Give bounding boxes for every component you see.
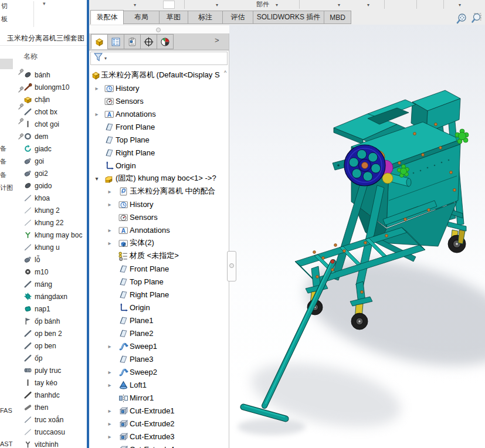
explorer-folder-title[interactable]: 玉米粒分离器机三维套图 — [7, 33, 84, 43]
tree-expand-arrow-icon[interactable]: ▸ — [107, 369, 113, 375]
file-item-bulongm10[interactable]: bulongm10 — [23, 81, 88, 93]
file-item-truccaosu[interactable]: truccaosu — [23, 426, 88, 438]
ribbon-dropdown-caret-icon[interactable]: ▾ — [459, 2, 461, 8]
tree-item-origin[interactable]: Origin — [89, 159, 229, 172]
file-item-nap1[interactable]: nap1 — [23, 303, 88, 315]
quick-access-item-fragment[interactable]: 计图 — [0, 184, 13, 192]
file-item-tay-k-o[interactable]: tay kéo — [23, 376, 88, 389]
tree-item--khung-may-boc-1-[interactable]: ▾(固定) khung may boc<1> ->? — [89, 172, 229, 185]
tree-item--2-[interactable]: ▸实体(2) — [89, 236, 229, 249]
zoom-pan-icon[interactable] — [456, 13, 467, 25]
panel-splitter-handle[interactable] — [227, 251, 236, 281]
file-item-ch-n[interactable]: chặn — [23, 93, 88, 106]
file-item-b-nh[interactable]: bánh — [23, 69, 88, 81]
tree-scroll-up-arrow[interactable]: ^ — [222, 70, 229, 77]
tree-item-sensors[interactable]: Sensors — [89, 94, 229, 107]
zoom-area-icon[interactable] — [470, 12, 482, 24]
quick-access-item-fragment[interactable]: FAS — [0, 407, 13, 414]
tree-expand-arrow-icon[interactable]: ▾ — [94, 175, 100, 182]
tree-item-origin[interactable]: Origin — [89, 301, 229, 314]
ribbon-tab-2[interactable]: 布局 — [123, 11, 160, 24]
tree-expand-arrow-icon[interactable]: ▸ — [107, 201, 113, 208]
corn-separator-3d-model[interactable] — [229, 25, 485, 448]
tree-expand-arrow-icon[interactable]: ▸ — [94, 111, 100, 117]
chevron-down-icon[interactable]: ▾ — [43, 1, 46, 6]
tree-item-sweep1[interactable]: ▸Sweep1 — [89, 340, 229, 352]
ribbon-pin-dot[interactable] — [156, 28, 161, 32]
file-item-khung-may-boc[interactable]: khung may boc — [23, 229, 88, 241]
file-item--p[interactable]: ốp — [23, 352, 88, 364]
tree-item-top-plane[interactable]: Top Plane — [89, 275, 229, 288]
tree-expand-arrow-icon[interactable]: ▸ — [107, 420, 113, 427]
tree-item--[interactable]: ▸玉米粒分离器机 中的配合 — [89, 185, 229, 198]
tree-item-top-plane[interactable]: Top Plane — [89, 133, 229, 146]
tree-item-front-plane[interactable]: Front Plane — [89, 262, 229, 275]
tree-item-cut-extrude4[interactable]: ▸Cut-Extrude4 — [89, 443, 229, 448]
tree-item-annotations[interactable]: ▸AAnnotations — [89, 223, 229, 236]
file-item-giadc[interactable]: giadc — [23, 142, 88, 155]
tree-item-cut-extrude2[interactable]: ▸Cut-Extrude2 — [89, 417, 229, 430]
tree-item-plane1[interactable]: Plane1 — [89, 314, 229, 327]
tree-expand-arrow-icon[interactable]: ▸ — [107, 382, 113, 388]
ribbon-dropdown-caret-icon[interactable]: ▾ — [134, 2, 136, 8]
ribbon-tab-7[interactable]: MBD — [324, 11, 351, 24]
explorer-toolbar-label-cut[interactable]: 切 — [1, 2, 8, 11]
file-item--p-b-nh[interactable]: ốp bánh — [23, 315, 88, 327]
file-item-m-ngdaxn[interactable]: mángdaxn — [23, 290, 88, 303]
ribbon-dropdown-caret-icon[interactable]: ▾ — [276, 2, 278, 8]
tree-item-annotations[interactable]: ▸AAnnotations — [89, 107, 229, 120]
file-item-thanhdc[interactable]: thanhdc — [23, 389, 88, 401]
explorer-toolbar-label-board[interactable]: 板 — [1, 15, 8, 23]
ribbon-tab-4[interactable]: 标注 — [188, 11, 223, 24]
tree-item-plane2[interactable]: Plane2 — [89, 327, 229, 340]
file-item-then[interactable]: then — [23, 401, 88, 413]
tree-item-sensors[interactable]: Sensors — [89, 211, 229, 223]
quick-access-item-fragment[interactable]: 备 — [0, 171, 13, 179]
tree-expand-arrow-icon[interactable]: ▸ — [107, 240, 113, 246]
tree-item-right-plane[interactable]: Right Plane — [89, 146, 229, 159]
tree-item-front-plane[interactable]: Front Plane — [89, 120, 229, 133]
file-item-khung-22[interactable]: khung 22 — [23, 216, 88, 229]
tree-item-history[interactable]: ▸History — [89, 198, 229, 211]
ribbon-tab-6[interactable]: SOLIDWORKS 插件 — [253, 11, 324, 24]
ribbon-tab-3[interactable]: 草图 — [159, 11, 188, 24]
file-item-op-ben[interactable]: op ben — [23, 340, 88, 352]
file-item-dem[interactable]: dem — [23, 130, 88, 142]
quick-access-item-fragment[interactable]: AST — [0, 440, 13, 447]
file-item-goido[interactable]: goido — [23, 179, 88, 192]
tree-expand-arrow-icon[interactable]: ▸ — [94, 85, 100, 91]
file-item-m10[interactable]: m10 — [23, 266, 88, 278]
tree-item--default-display-s[interactable]: 玉米粒分离器机 (Default<Display S — [89, 69, 229, 82]
file-item-chot-goi[interactable]: chot goi — [23, 118, 88, 130]
tree-expand-arrow-icon[interactable]: ▸ — [107, 446, 113, 448]
panel-tab-assembly-icon[interactable] — [91, 34, 108, 49]
explorer-name-column-header[interactable]: 名称 — [23, 52, 38, 62]
tree-item-right-plane[interactable]: Right Plane — [89, 288, 229, 301]
tree-expand-arrow-icon[interactable]: ▸ — [107, 433, 113, 440]
ribbon-dropdown-caret-icon[interactable]: ▾ — [338, 2, 340, 8]
tree-item-cut-extrude3[interactable]: ▸Cut-Extrude3 — [89, 430, 229, 443]
tree-item-loft1[interactable]: ▸Loft1 — [89, 378, 229, 391]
panel-tab-fm-dimxpert-icon[interactable] — [140, 34, 157, 49]
file-item-l-[interactable]: lỗ — [23, 253, 88, 266]
panel-more-chevron-icon[interactable]: > — [215, 36, 219, 45]
tree-item-sweep2[interactable]: ▸Sweep2 — [89, 365, 229, 378]
ribbon-dropdown-caret-icon[interactable]: ▾ — [367, 2, 369, 8]
ribbon-button-partial[interactable] — [163, 1, 175, 9]
quick-access-item-fragment[interactable]: 备 — [0, 144, 13, 153]
panel-tab-fm-list-icon[interactable] — [107, 34, 124, 49]
tree-expand-arrow-icon[interactable]: ▸ — [107, 188, 113, 195]
file-item-op-ben-2[interactable]: op ben 2 — [23, 327, 88, 340]
file-item-khoa[interactable]: khoa — [23, 192, 88, 204]
tree-item-history[interactable]: ▸History — [89, 82, 229, 94]
file-item-vitchinh[interactable]: vitchinh — [23, 438, 88, 448]
tree-expand-arrow-icon[interactable]: ▸ — [107, 227, 113, 233]
feature-tree-filter[interactable]: ▾ — [90, 52, 228, 65]
file-item-m-ng[interactable]: máng — [23, 278, 88, 290]
panel-tab-fm-display-icon[interactable] — [157, 34, 174, 49]
tree-item-plane3[interactable]: Plane3 — [89, 352, 229, 365]
tree-expand-arrow-icon[interactable]: ▸ — [107, 408, 113, 414]
file-item-khung-u[interactable]: khung u — [23, 241, 88, 253]
file-item-goi2[interactable]: goi2 — [23, 167, 88, 179]
ribbon-dropdown-caret-icon[interactable]: ▾ — [216, 2, 218, 8]
